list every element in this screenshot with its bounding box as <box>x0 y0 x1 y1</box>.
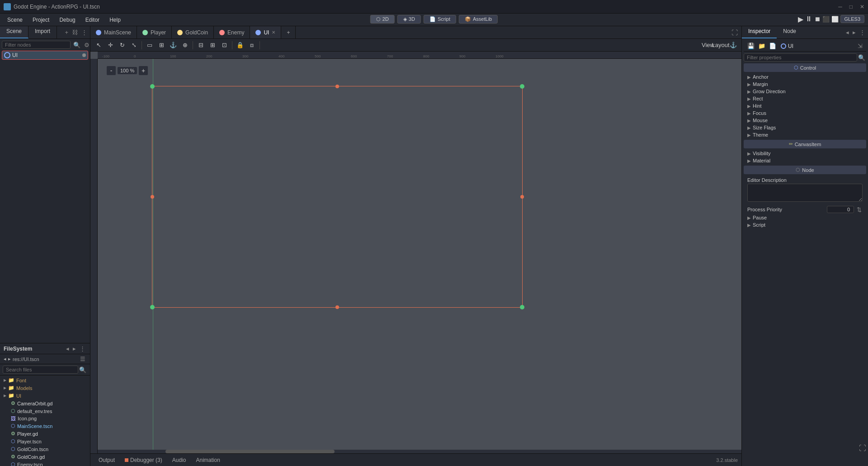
expand-all-btn[interactable]: ⛶ <box>859 444 866 452</box>
prop-theme[interactable]: ▶ Theme <box>744 131 866 138</box>
tab-audio[interactable]: Audio <box>168 456 191 464</box>
tab-scene[interactable]: Scene <box>0 26 28 38</box>
prop-hint[interactable]: ▶ Hint <box>744 102 866 109</box>
anchor-presets-btn[interactable]: ⚓ <box>728 40 739 50</box>
pause-expand[interactable]: ▶ <box>747 215 751 220</box>
fs-layout-btn[interactable]: ⋮ <box>79 345 86 352</box>
scene-node-ui[interactable]: UI <box>2 51 88 60</box>
handle-bottom-left[interactable] <box>150 305 155 309</box>
close-btn-titlebar[interactable]: ✕ <box>860 4 864 10</box>
menu-editor[interactable]: Editor <box>81 15 104 24</box>
minimize-btn[interactable]: ─ <box>838 4 842 10</box>
script-expand[interactable]: ▶ <box>747 223 751 228</box>
lock-btn[interactable]: 🔒 <box>235 40 245 50</box>
scene-menu-btn[interactable]: ⋮ <box>80 29 88 36</box>
tab-player[interactable]: Player <box>137 26 172 38</box>
menu-project[interactable]: Project <box>28 15 54 24</box>
btn-script[interactable]: 📄 Script <box>424 15 456 24</box>
fs-layout-toggle[interactable]: ☰ <box>79 356 86 362</box>
prop-anchor[interactable]: ▶ Anchor <box>744 73 866 81</box>
tab-goldcoin[interactable]: GoldCoin <box>172 26 214 38</box>
prop-grow-direction[interactable]: ▶ Grow Direction <box>744 88 866 95</box>
rect-btn[interactable]: ▭ <box>144 40 155 50</box>
pixel-snap-btn[interactable]: ⊡ <box>219 40 230 50</box>
save-scene-btn[interactable]: 💾 <box>746 43 755 49</box>
fs-item-ui[interactable]: ▶ 📁 UI <box>0 392 90 399</box>
material-expand[interactable]: ▶ <box>747 158 751 163</box>
prop-mouse[interactable]: ▶ Mouse <box>744 117 866 124</box>
handle-right-mid[interactable] <box>520 195 524 199</box>
play-btn[interactable]: ▶ <box>798 15 803 24</box>
handle-top-right[interactable] <box>520 84 524 89</box>
scale-mode-btn[interactable]: ⤡ <box>128 40 139 50</box>
tab-output[interactable]: Output <box>94 456 119 464</box>
visibility-expand[interactable]: ▶ <box>747 151 751 156</box>
btn-assetlib[interactable]: 📦 AssetLib <box>459 15 498 24</box>
fs-item-playertscn[interactable]: ⬡ Player.tscn <box>0 437 90 445</box>
move-pivot-btn[interactable]: ⊕ <box>179 40 190 50</box>
prop-pause[interactable]: ▶ Pause <box>744 214 866 221</box>
fs-forward-btn[interactable]: ▸ <box>72 345 77 352</box>
anchor-btn[interactable]: ⚓ <box>168 40 179 50</box>
tab-close-ui[interactable]: ✕ <box>272 30 275 35</box>
debug-play-btn[interactable]: ⬛ <box>822 16 830 23</box>
prop-material[interactable]: ▶ Material <box>744 157 866 164</box>
fs-item-models[interactable]: ▶ 📁 Models <box>0 384 90 392</box>
fs-item-playergd[interactable]: ⚙ Player.gd <box>0 430 90 437</box>
snap-btn[interactable]: ⊞ <box>156 40 167 50</box>
handle-top-left[interactable] <box>150 84 155 89</box>
menu-debug[interactable]: Debug <box>55 15 80 24</box>
fs-item-goldcointscn[interactable]: ⬡ GoldCoin.tscn <box>0 445 90 453</box>
tab-enemy[interactable]: Enemy <box>214 26 250 38</box>
grow-direction-expand[interactable]: ▶ <box>747 89 751 94</box>
inspector-expand-btn[interactable]: ⇲ <box>857 43 863 49</box>
tab-inspector[interactable]: Inspector <box>742 26 777 38</box>
instance-btn[interactable]: ⛓ <box>71 29 79 36</box>
inspector-forward-btn[interactable]: ▸ <box>852 29 857 36</box>
mouse-expand[interactable]: ▶ <box>747 118 751 123</box>
prop-rect[interactable]: ▶ Rect <box>744 95 866 102</box>
fs-back-btn[interactable]: ◂ <box>65 345 70 352</box>
inspector-back-btn[interactable]: ◂ <box>845 29 850 36</box>
filter-props-search-btn[interactable]: 🔍 <box>857 54 866 61</box>
handle-top-mid[interactable] <box>335 85 339 88</box>
layout-btn[interactable]: Layout <box>715 40 726 50</box>
tab-import[interactable]: Import <box>28 26 57 38</box>
remote-play-btn[interactable]: ⬜ <box>831 16 839 23</box>
fs-item-mainscene[interactable]: ⬡ MainScene.tscn <box>0 422 90 430</box>
rotate-mode-btn[interactable]: ↻ <box>117 40 127 50</box>
fs-back-icon[interactable]: ◂ <box>4 356 6 362</box>
scrollbar-thumb-h[interactable] <box>165 450 335 453</box>
filter-search-icon[interactable]: 🔍 <box>72 42 81 48</box>
grid-snap-btn[interactable]: ⊟ <box>195 40 206 50</box>
tab-animation[interactable]: Animation <box>191 456 224 464</box>
edit-script-btn[interactable]: 📄 <box>768 43 777 49</box>
move-mode-btn[interactable]: ✛ <box>105 40 116 50</box>
handle-bottom-mid[interactable] <box>335 305 339 309</box>
filter-props-input[interactable] <box>744 53 857 62</box>
fs-item-icon[interactable]: 🖼 Icon.png <box>0 415 90 422</box>
horizontal-scrollbar[interactable] <box>98 450 741 453</box>
prop-script[interactable]: ▶ Script <box>744 221 866 228</box>
zoom-out-btn[interactable]: - <box>107 66 116 75</box>
prop-size-flags[interactable]: ▶ Size Flags <box>744 124 866 131</box>
pause-btn[interactable]: ⏸ <box>805 15 812 23</box>
maximize-btn-titlebar[interactable]: □ <box>849 4 853 10</box>
focus-expand[interactable]: ▶ <box>747 111 751 116</box>
fs-search-input[interactable] <box>3 366 78 374</box>
theme-expand[interactable]: ▶ <box>747 133 751 138</box>
fs-item-defaultenv[interactable]: ⬡ default_env.tres <box>0 407 90 415</box>
editor-desc-input[interactable] <box>747 184 863 202</box>
ui-control-rect[interactable] <box>152 86 523 308</box>
inspector-history-btn[interactable]: ⋮ <box>859 29 866 36</box>
fs-item-enemytscn[interactable]: ⬡ Enemy.tscn <box>0 461 90 466</box>
select-mode-btn[interactable]: ↖ <box>93 40 104 50</box>
menu-scene[interactable]: Scene <box>3 15 27 24</box>
filter-options-btn[interactable]: ⚙ <box>83 42 90 48</box>
anchor-expand[interactable]: ▶ <box>747 75 751 80</box>
fs-search-btn[interactable]: 🔍 <box>78 366 87 373</box>
size-flags-expand[interactable]: ▶ <box>747 125 751 130</box>
margin-expand[interactable]: ▶ <box>747 82 751 87</box>
fs-item-font[interactable]: ▶ 📁 Font <box>0 376 90 384</box>
prop-focus[interactable]: ▶ Focus <box>744 109 866 117</box>
